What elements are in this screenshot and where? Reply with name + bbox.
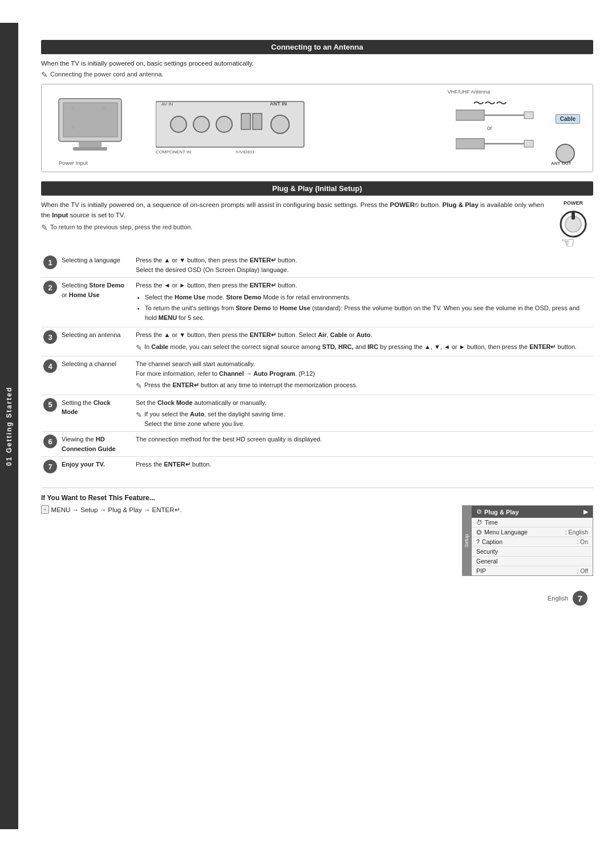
svg-point-13: [271, 115, 289, 133]
osd-clock-icon: ⏱: [476, 519, 483, 526]
osd-plug-play-label: Plug & Play: [484, 509, 519, 516]
reset-text-block: ▫ MENU → Setup → Plug & Play → ENTER↵.: [41, 505, 445, 514]
section-header-antenna: Connecting to an Antenna: [41, 40, 593, 54]
osd-caption-label: ? Caption: [476, 538, 502, 545]
osd-menulang-value: : English: [565, 529, 588, 535]
step-name-6: Viewing the HDConnection Guide: [59, 432, 133, 457]
svg-rect-18: [456, 110, 484, 120]
step-circle-2: 2: [43, 281, 57, 294]
cable-box: Cable: [556, 114, 580, 124]
osd-caption-icon: ?: [476, 538, 480, 545]
svg-text:☜: ☜: [561, 234, 575, 248]
note-icon-2: ✎: [41, 223, 48, 232]
antenna-note-text: Connecting the power cord and antenna.: [50, 71, 164, 78]
main-content: Connecting to an Antenna When the TV is …: [18, 23, 616, 829]
step-num-7: 7: [41, 457, 59, 477]
step-name-3: Selecting an antenna: [59, 327, 133, 356]
svg-text:AV IN: AV IN: [161, 102, 173, 107]
ant-out-svg: ANT OUT: [550, 143, 581, 166]
step-desc-6: The connection method for the best HD sc…: [133, 432, 593, 457]
section-header-plug-play: Plug & Play (Initial Setup): [41, 181, 593, 196]
osd-row-menulang: ⏣ Menu Language : English: [472, 528, 593, 537]
step3-note: In Cable mode, you can select the correc…: [144, 342, 577, 352]
step-num-4: 4: [41, 356, 59, 395]
step-name-4: Selecting a channel: [59, 356, 133, 395]
reset-section: If You Want to Reset This Feature... ▫ M…: [41, 488, 593, 576]
osd-security-label: Security: [476, 548, 498, 555]
step-row-3: 3 Selecting an antenna Press the ▲ or ▼ …: [41, 327, 593, 356]
svg-point-9: [193, 116, 209, 132]
osd-time-label: ⏱ Time: [476, 519, 498, 526]
footer-page: 7: [573, 591, 587, 606]
svg-point-6: [71, 125, 75, 129]
osd-menu: Setup ⚙ Plug & Play ▶: [462, 505, 593, 576]
osd-row-general: General: [472, 557, 593, 566]
step-desc-3: Press the ▲ or ▼ button, then press the …: [133, 327, 593, 356]
osd-menu-inner: ⚙ Plug & Play ▶ ⏱ Time: [472, 506, 593, 575]
step-desc-2: Press the ◄ or ► button, then press the …: [133, 278, 593, 327]
step-name-7: Enjoy your TV.: [59, 457, 133, 477]
step-row-7: 7 Enjoy your TV. Press the ENTER↵ button…: [41, 457, 593, 477]
note-icon-3: ✎: [136, 342, 142, 354]
step-name-1: Selecting a language: [59, 253, 133, 278]
step-circle-3: 3: [43, 330, 57, 344]
svg-point-8: [171, 116, 187, 132]
osd-row-time: ⏱ Time: [472, 518, 593, 528]
menu-icon-box: ▫: [41, 505, 49, 514]
step-row-2: 2 Selecting Store Demoor Home Use Press …: [41, 278, 593, 327]
svg-text:COMPONENT IN: COMPONENT IN: [156, 149, 191, 155]
power-button-area: POWER ☜: [553, 200, 593, 248]
note-icon-1: ✎: [41, 70, 48, 79]
step-name-5: Setting the ClockMode: [59, 395, 133, 432]
step-row-5: 5 Setting the ClockMode Set the Clock Mo…: [41, 395, 593, 432]
section-plug-play: Plug & Play (Initial Setup) When the TV …: [41, 181, 593, 476]
svg-text:ANT IN: ANT IN: [270, 101, 287, 107]
power-button-svg: ☜: [556, 208, 590, 248]
step-circle-7: 7: [43, 460, 57, 473]
svg-rect-2: [79, 141, 102, 147]
note-icon-5: ✎: [136, 409, 142, 421]
svg-text:Y/VIDEO: Y/VIDEO: [236, 149, 254, 155]
step-circle-1: 1: [43, 255, 57, 269]
svg-rect-11: [241, 113, 250, 129]
plug-play-note: ✎ To return to the previous step, press …: [41, 224, 548, 232]
power-bold: POWER: [390, 201, 415, 208]
step-desc-7: Press the ENTER↵ button.: [133, 457, 593, 477]
osd-row-pip: PIP : Off: [472, 566, 593, 575]
reset-content: ▫ MENU → Setup → Plug & Play → ENTER↵. S…: [41, 505, 593, 576]
power-label-text: POWER: [564, 200, 583, 206]
footer-lang: English: [548, 595, 568, 602]
section-connecting-antenna: Connecting to an Antenna When the TV is …: [41, 40, 593, 172]
osd-caption-value: : On: [577, 538, 588, 545]
step-row-6: 6 Viewing the HDConnection Guide The con…: [41, 432, 593, 457]
svg-point-25: [556, 144, 574, 163]
step-row-4: 4 Selecting a channel The channel search…: [41, 356, 593, 395]
plug-play-intro: When the TV is initially powered on, a s…: [41, 200, 548, 220]
input-bold: Input: [52, 212, 68, 218]
plug-play-bold: Plug & Play: [443, 201, 479, 208]
step-row-1: 1 Selecting a language Press the ▲ or ▼ …: [41, 253, 593, 278]
osd-menulang-label: ⏣ Menu Language: [476, 529, 528, 535]
step-num-6: 6: [41, 432, 59, 457]
svg-rect-22: [456, 139, 484, 149]
steps-table: 1 Selecting a language Press the ▲ or ▼ …: [41, 253, 593, 476]
osd-right-arrow: ▶: [583, 508, 588, 516]
osd-gear-icon: ⚙: [476, 508, 482, 516]
svg-point-10: [216, 116, 232, 132]
svg-rect-20: [524, 112, 533, 119]
osd-row-security: Security: [472, 547, 593, 557]
step-circle-5: 5: [43, 398, 57, 412]
antenna-intro-text: When the TV is initially powered on, bas…: [41, 59, 593, 68]
step-name-2: Selecting Store Demoor Home Use: [59, 278, 133, 327]
back-panel-svg: ANT IN AV IN COMPONENT IN Y/VIDEO: [156, 99, 310, 156]
menu-command-text: MENU → Setup → Plug & Play → ENTER↵.: [51, 506, 182, 514]
menu-command: ▫ MENU → Setup → Plug & Play → ENTER↵.: [41, 505, 445, 514]
step-num-1: 1: [41, 253, 59, 278]
reset-title: If You Want to Reset This Feature...: [41, 494, 593, 502]
osd-menu-wrapper: Setup ⚙ Plug & Play ▶: [463, 506, 593, 575]
svg-rect-12: [253, 113, 262, 129]
osd-pip-value: : Off: [577, 567, 588, 574]
svg-rect-24: [524, 140, 533, 147]
osd-setup-label: Setup: [463, 506, 472, 575]
osd-general-label: General: [476, 558, 497, 565]
